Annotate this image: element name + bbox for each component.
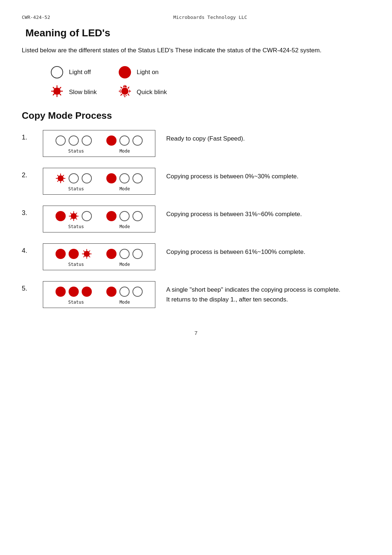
led-off-icon bbox=[51, 66, 63, 78]
led-quick-blink-icon bbox=[119, 85, 131, 99]
svg-line-7 bbox=[60, 88, 61, 89]
svg-line-27 bbox=[57, 175, 58, 176]
step-desc-3: Copying process is between 31%~60% compl… bbox=[166, 206, 302, 219]
steps-container: 1.StatusModeReady to copy (Fast Speed).2… bbox=[22, 130, 370, 308]
header-left: CWR-424-52 bbox=[22, 15, 50, 20]
step-diagram-5: StatusMode bbox=[43, 281, 155, 308]
section-title: Copy Mode Process bbox=[22, 110, 370, 121]
svg-line-8 bbox=[53, 94, 54, 95]
step-4: 4. StatusModeCopying process is between … bbox=[22, 243, 370, 270]
header-center: Microboards Technology LLC bbox=[173, 15, 247, 20]
led-on-item: Light on bbox=[119, 66, 167, 78]
page-title: Meaning of LED's bbox=[25, 27, 370, 39]
led-on-label: Light on bbox=[137, 69, 159, 76]
svg-line-47 bbox=[89, 251, 90, 252]
step-diagram-4: StatusMode bbox=[43, 243, 155, 270]
svg-line-48 bbox=[83, 256, 84, 257]
svg-line-18 bbox=[125, 85, 126, 87]
step-diagram-2: StatusMode bbox=[43, 168, 155, 195]
led-quick-blink-item: Quick blink bbox=[119, 85, 167, 99]
page-number: 7 bbox=[195, 330, 197, 336]
led-slow-blink-label: Slow blink bbox=[69, 89, 97, 96]
led-quick-blink-label: Quick blink bbox=[137, 89, 167, 96]
svg-line-38 bbox=[76, 213, 77, 214]
step-2: 2. StatusModeCopying process is between … bbox=[22, 168, 370, 195]
step-desc-4: Copying process is between 61%~100% comp… bbox=[166, 243, 305, 257]
step-desc-1: Ready to copy (Fast Speed). bbox=[166, 130, 245, 143]
led-off-label: Light off bbox=[69, 69, 91, 76]
mode-label: Mode bbox=[119, 300, 130, 305]
svg-line-29 bbox=[63, 175, 64, 176]
step-number-1: 1. bbox=[22, 134, 32, 141]
page-footer: 7 bbox=[22, 330, 370, 336]
step-3: 3. StatusModeCopying process is between … bbox=[22, 206, 370, 232]
step-number-5: 5. bbox=[22, 285, 32, 292]
step-diagram-3: StatusMode bbox=[43, 206, 155, 232]
intro-text: Listed below are the different states of… bbox=[22, 45, 370, 55]
mode-label: Mode bbox=[119, 224, 130, 229]
svg-line-6 bbox=[60, 94, 61, 95]
step-1: 1.StatusModeReady to copy (Fast Speed). bbox=[22, 130, 370, 157]
mode-label: Mode bbox=[119, 186, 130, 191]
svg-line-28 bbox=[63, 181, 64, 181]
led-off-item: Light off bbox=[51, 66, 97, 78]
svg-line-30 bbox=[57, 181, 58, 181]
led-legend-col2: Light on bbox=[119, 66, 167, 99]
status-label: Status bbox=[68, 186, 84, 191]
mode-label: Mode bbox=[119, 149, 130, 154]
step-desc-5: A single "short beep" indicates the copy… bbox=[166, 281, 340, 304]
step-diagram-1: StatusMode bbox=[43, 130, 155, 157]
led-legend-col1: Light off bbox=[51, 66, 97, 99]
step-number-3: 3. bbox=[22, 209, 32, 217]
led-on-icon bbox=[119, 66, 131, 78]
svg-line-45 bbox=[83, 251, 84, 252]
step-number-2: 2. bbox=[22, 171, 32, 179]
status-label: Status bbox=[68, 262, 84, 267]
svg-line-46 bbox=[89, 256, 90, 257]
svg-line-37 bbox=[76, 218, 77, 219]
led-slow-blink-item: Slow blink bbox=[51, 85, 97, 99]
status-label: Status bbox=[68, 149, 84, 154]
svg-line-39 bbox=[70, 218, 71, 219]
header: CWR-424-52 Microboards Technology LLC bbox=[22, 15, 370, 20]
step-5: 5.StatusModeA single "short beep" indica… bbox=[22, 281, 370, 308]
step-number-4: 4. bbox=[22, 247, 32, 255]
status-label: Status bbox=[68, 224, 84, 229]
led-slow-blink-icon bbox=[51, 85, 63, 99]
svg-line-36 bbox=[70, 213, 71, 214]
step-desc-2: Copying process is between 0%~30% comple… bbox=[166, 168, 298, 181]
status-label: Status bbox=[68, 300, 84, 305]
led-legend: Light off bbox=[22, 66, 370, 99]
mode-label: Mode bbox=[119, 262, 130, 267]
svg-point-9 bbox=[121, 88, 128, 95]
svg-line-5 bbox=[53, 88, 54, 89]
